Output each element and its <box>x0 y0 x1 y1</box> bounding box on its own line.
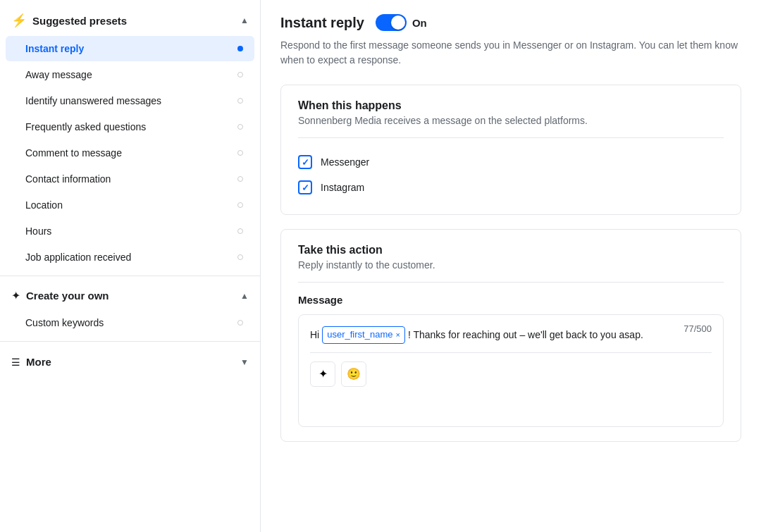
sidebar-item-location[interactable]: Location <box>6 192 254 218</box>
checkmark-icon: ✓ <box>302 183 309 193</box>
instagram-checkbox[interactable]: ✓ <box>298 180 312 194</box>
instagram-label: Instagram <box>321 182 364 193</box>
user-first-name-tag[interactable]: user_first_name × <box>322 326 405 344</box>
char-count: 77/500 <box>683 323 712 334</box>
suggested-presets-chevron: ▲ <box>240 16 249 25</box>
suggested-presets-title: Suggested presets <box>32 15 127 27</box>
sidebar-item-custom-keywords[interactable]: Custom keywords <box>6 310 254 335</box>
more-chevron: ▼ <box>240 357 249 367</box>
toggle-label: On <box>412 17 427 29</box>
suggested-presets-section[interactable]: ⚡ Suggested presets ▲ <box>0 6 260 35</box>
message-actions: ✦ 🙂 <box>310 352 712 387</box>
main-content: Instant reply On Respond to the first me… <box>261 0 761 532</box>
message-box[interactable]: 77/500 Hi user_first_name × ! Thanks for… <box>298 314 724 427</box>
sidebar: ⚡ Suggested presets ▲ Instant reply Away… <box>0 0 261 532</box>
message-suffix: ! Thanks for reaching out – we'll get ba… <box>408 327 643 342</box>
messenger-checkbox[interactable]: ✓ <box>298 155 312 169</box>
take-action-subtitle: Reply instantly to the customer. <box>298 259 724 271</box>
toggle-thumb <box>391 16 405 30</box>
lightning-icon: ⚡ <box>11 13 27 28</box>
inactive-dot-icon <box>237 228 243 234</box>
messenger-checkbox-item[interactable]: ✓ Messenger <box>298 149 724 175</box>
inactive-dot-icon <box>237 72 243 78</box>
sidebar-item-frequently-asked[interactable]: Frequently asked questions <box>6 114 254 140</box>
message-prefix: Hi <box>310 327 319 342</box>
message-label: Message <box>298 294 724 306</box>
instant-reply-toggle[interactable] <box>376 14 407 31</box>
messenger-label: Messenger <box>321 156 369 168</box>
when-happens-subtitle: Sonnenberg Media receives a message on t… <box>298 115 724 126</box>
when-card-divider <box>298 137 724 138</box>
when-happens-title: When this happens <box>298 99 724 112</box>
sidebar-item-away-message[interactable]: Away message <box>6 62 254 87</box>
take-action-title: Take this action <box>298 244 724 256</box>
create-your-own-section[interactable]: ✦ Create your own ▲ <box>0 282 260 309</box>
inactive-dot-icon <box>237 176 243 182</box>
action-card-divider <box>298 282 724 283</box>
divider-1 <box>0 276 260 276</box>
create-your-own-title: Create your own <box>26 290 109 302</box>
inactive-dot-icon <box>237 320 243 326</box>
tag-label: user_first_name <box>327 328 392 342</box>
create-your-own-chevron: ▲ <box>240 291 249 301</box>
checkmark-icon: ✓ <box>302 157 309 168</box>
message-content: Hi user_first_name × ! Thanks for reachi… <box>310 326 712 344</box>
sidebar-item-comment-to-message[interactable]: Comment to message <box>6 140 254 166</box>
take-action-card: Take this action Reply instantly to the … <box>280 229 741 442</box>
sidebar-item-instant-reply[interactable]: Instant reply <box>6 36 254 61</box>
ai-button[interactable]: ✦ <box>310 361 335 387</box>
toggle-wrapper[interactable]: On <box>376 14 427 31</box>
tag-close-icon[interactable]: × <box>395 329 400 342</box>
divider-2 <box>0 341 260 342</box>
page-description: Respond to the first message someone sen… <box>280 38 741 68</box>
hamburger-icon: ☰ <box>11 357 20 368</box>
emoji-button[interactable]: 🙂 <box>341 361 366 387</box>
sidebar-item-job-application[interactable]: Job application received <box>6 245 254 270</box>
sidebar-item-hours[interactable]: Hours <box>6 218 254 244</box>
when-happens-card: When this happens Sonnenberg Media recei… <box>280 85 741 215</box>
diamond-icon: ✦ <box>11 289 20 302</box>
inactive-dot-icon <box>237 202 243 208</box>
more-section[interactable]: ☰ More ▼ <box>0 347 260 376</box>
active-dot-icon <box>237 46 243 51</box>
inactive-dot-icon <box>237 254 243 260</box>
inactive-dot-icon <box>237 124 243 130</box>
instagram-checkbox-item[interactable]: ✓ Instagram <box>298 175 724 200</box>
sidebar-items-list: Instant reply Away message Identify unan… <box>0 36 260 270</box>
sidebar-item-identify-unanswered[interactable]: Identify unanswered messages <box>6 88 254 113</box>
sidebar-item-contact-information[interactable]: Contact information <box>6 166 254 192</box>
inactive-dot-icon <box>237 98 243 104</box>
page-title: Instant reply <box>280 15 364 31</box>
inactive-dot-icon <box>237 150 243 156</box>
page-header: Instant reply On <box>280 14 741 31</box>
